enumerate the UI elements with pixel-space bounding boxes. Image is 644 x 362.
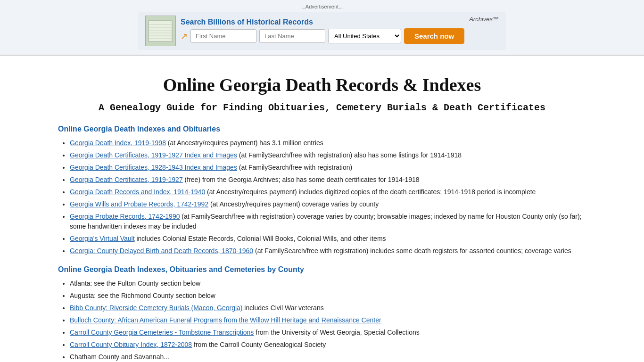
main-content: Online Georgia Death Records & Indexes A…	[39, 56, 605, 362]
list-item: Bulloch County: African American Funeral…	[70, 315, 586, 325]
list-item-text: (at Ancestry/requires payment) has 3.1 m…	[166, 139, 323, 147]
ad-fields: ↗ All United States Alabama Alaska Georg…	[181, 28, 464, 44]
by-county-list: Atlanta: see the Fulton County section b…	[70, 279, 586, 362]
link-delayed-birth[interactable]: Georgia: County Delayed Birth and Death …	[70, 247, 253, 255]
list-item-text: (at FamilySearch/free with registration)…	[237, 151, 462, 159]
ad-archives-label: Archives™	[469, 16, 499, 23]
list-item-text: Chatham County and Savannah...	[70, 353, 169, 361]
list-item-text: includes Colonial Estate Records, Coloni…	[135, 235, 386, 242]
list-item: Carroll County Georgia Cemeteries - Tomb…	[70, 328, 586, 337]
list-item: Georgia Death Certificates, 1928-1943 In…	[70, 163, 586, 173]
list-item: Georgia's Virtual Vault includes Colonia…	[70, 234, 586, 244]
list-item-text: (free) from the Georgia Archives; also h…	[183, 176, 420, 183]
ad-last-name-input[interactable]	[259, 29, 325, 43]
list-item-text: (at Ancestry/requires payment) coverage …	[208, 200, 379, 208]
link-cert-1919[interactable]: Georgia Death Certificates, 1919-1927 In…	[70, 151, 237, 159]
ad-state-select[interactable]: All United States Alabama Alaska Georgia	[328, 29, 401, 43]
list-item: Georgia Death Certificates, 1919-1927 In…	[70, 150, 586, 160]
ad-title: Search Billions of Historical Records	[181, 18, 464, 26]
indexes-list: Georgia Death Index, 1919-1998 (at Ances…	[70, 138, 586, 256]
ad-first-name-input[interactable]	[190, 29, 256, 43]
ad-label: ...Advertisement...	[0, 4, 644, 9]
list-item: Georgia Death Certificates, 1919-1927 (f…	[70, 175, 586, 185]
link-carroll-cemeteries[interactable]: Carroll County Georgia Cemeteries - Tomb…	[70, 329, 254, 336]
svg-rect-1	[149, 21, 172, 41]
list-item-text: includes Civil War veterans	[242, 304, 323, 312]
ad-inner: Search Billions of Historical Records ↗ …	[138, 12, 506, 50]
list-item-text: Augusta: see the Richmond County section…	[70, 292, 215, 299]
list-item: Atlanta: see the Fulton County section b…	[70, 279, 586, 288]
list-item: Augusta: see the Richmond County section…	[70, 291, 586, 301]
link-bulloch[interactable]: Bulloch County: African American Funeral…	[70, 316, 381, 324]
list-item: Carroll County Obituary Index, 1872-2008…	[70, 340, 586, 350]
list-item-text: from the University of West Georgia, Spe…	[254, 329, 419, 336]
link-death-index[interactable]: Georgia Death Index, 1919-1998	[70, 139, 166, 147]
link-virtual-vault[interactable]: Georgia's Virtual Vault	[70, 235, 135, 242]
link-wills[interactable]: Georgia Wills and Probate Records, 1742-…	[70, 200, 208, 208]
link-bibb[interactable]: Bibb County: Riverside Cemetery Burials …	[70, 304, 242, 312]
ad-thumbnail-image	[145, 16, 176, 46]
ad-search-button[interactable]: Search now	[404, 28, 464, 44]
ad-form-section: Search Billions of Historical Records ↗ …	[181, 18, 464, 44]
page-subtitle: A Genealogy Guide for Finding Obituaries…	[58, 102, 586, 113]
link-cert-1928[interactable]: Georgia Death Certificates, 1928-1943 In…	[70, 164, 237, 171]
link-cert-free[interactable]: Georgia Death Certificates, 1919-1927	[70, 176, 183, 183]
page-title: Online Georgia Death Records & Indexes	[58, 74, 586, 95]
link-probate[interactable]: Georgia Probate Records, 1742-1990	[70, 213, 180, 220]
ad-arrow-icon: ↗	[181, 31, 188, 41]
list-item-text: (at Ancestry/requires payment) includes …	[205, 188, 536, 196]
section-heading-by-county: Online Georgia Death Indexes, Obituaries…	[58, 265, 586, 274]
section-heading-indexes: Online Georgia Death Indexes and Obituar…	[58, 125, 586, 133]
list-item: Georgia Death Records and Index, 1914-19…	[70, 187, 586, 197]
list-item-text: Atlanta: see the Fulton County section b…	[70, 280, 200, 287]
link-records-1914[interactable]: Georgia Death Records and Index, 1914-19…	[70, 188, 205, 196]
list-item: Georgia Death Index, 1919-1998 (at Ances…	[70, 138, 586, 148]
list-item-text: (at FamilySearch/free with registration)…	[253, 247, 571, 255]
ad-banner: ...Advertisement... Search Billions of H…	[0, 0, 644, 55]
list-item: Georgia: County Delayed Birth and Death …	[70, 246, 586, 256]
list-item-text: (at FamilySearch/free with registration)	[237, 164, 352, 171]
list-item-text: from the Carroll County Genealogical Soc…	[192, 341, 326, 348]
list-item: Georgia Probate Records, 1742-1990 (at F…	[70, 212, 586, 231]
list-item: Bibb County: Riverside Cemetery Burials …	[70, 303, 586, 313]
list-item: Chatham County and Savannah... Chatham C…	[70, 352, 586, 362]
list-item: Georgia Wills and Probate Records, 1742-…	[70, 199, 586, 209]
link-carroll-obituary[interactable]: Carroll County Obituary Index, 1872-2008	[70, 341, 192, 348]
